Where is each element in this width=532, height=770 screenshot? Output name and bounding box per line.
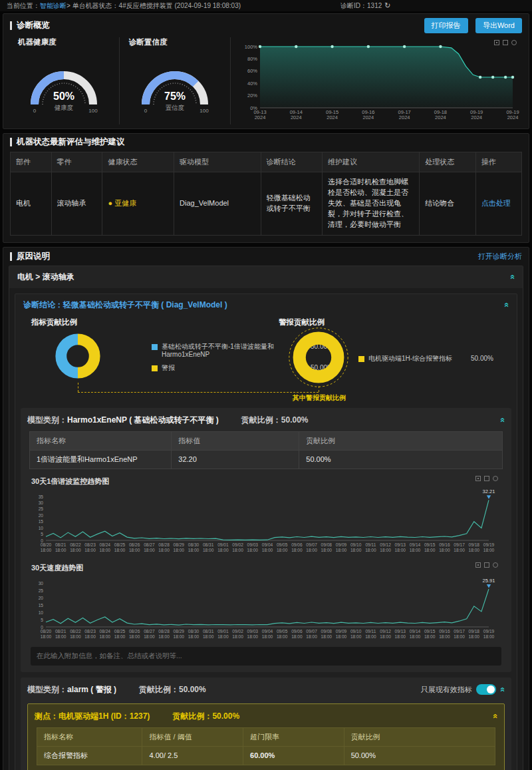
collapse-icon[interactable]: « — [499, 418, 505, 423]
svg-text:75%: 75% — [164, 91, 186, 102]
svg-text:08/21: 08/21 — [55, 542, 66, 547]
alarm-donut-chart — [287, 325, 350, 389]
svg-text:18:00: 18:00 — [350, 548, 362, 552]
health-gauge-title: 机器健康度 — [18, 37, 119, 47]
svg-text:09/06: 09/06 — [291, 542, 303, 547]
toolbox-restore-icon[interactable] — [493, 562, 498, 568]
alm-col-name: 指标名称 — [37, 727, 142, 746]
svg-text:09/05: 09/05 — [277, 629, 288, 634]
connector-line — [319, 386, 319, 392]
toolbox-restore-icon[interactable] — [493, 476, 498, 481]
svg-text:18:00: 18:00 — [55, 548, 66, 552]
alm-col-rate: 超门限率 — [243, 727, 344, 746]
svg-text:08/20: 08/20 — [41, 542, 52, 547]
svg-text:09/15: 09/15 — [424, 542, 436, 547]
toolbox-dataview-icon[interactable] — [475, 476, 481, 481]
toolbox-save-image-icon[interactable] — [503, 40, 508, 45]
svg-text:健康度: 健康度 — [55, 104, 74, 111]
svg-text:09/19: 09/19 — [483, 542, 495, 547]
svg-text:2024: 2024 — [363, 114, 374, 120]
svg-text:0: 0 — [33, 108, 37, 114]
print-report-button[interactable]: 打印报告 — [424, 18, 468, 33]
assessment-title: 机器状态最新评估与维护建议 — [10, 138, 125, 146]
export-word-button[interactable]: 导出Word — [475, 18, 522, 33]
svg-text:18:00: 18:00 — [262, 548, 273, 552]
cause-title: 原因说明 — [10, 252, 50, 261]
alm-name: 综合报警指标 — [37, 746, 142, 765]
svg-text:18:00: 18:00 — [232, 548, 243, 552]
svg-text:18:00: 18:00 — [277, 634, 288, 639]
contribution-section: 指标贡献比例 警报贡献比例 基础松动或转子不平衡-1倍谐波能量和Harmo1xE… — [15, 316, 517, 403]
svg-text:18:00: 18:00 — [380, 548, 391, 552]
connector-line — [78, 392, 319, 393]
open-diagnosis-link[interactable]: 打开诊断分析 — [478, 252, 522, 262]
handle-link[interactable]: 点击处理 — [481, 199, 511, 207]
overview-title: 诊断概览 — [10, 21, 50, 30]
contrib-label: 贡献比例： — [139, 685, 179, 694]
svg-text:18:00: 18:00 — [129, 634, 140, 639]
svg-text:09/01: 09/01 — [217, 629, 229, 634]
model-type-name: Harmo1xEneNP ( 基础松动或转子不平衡 ) — [67, 415, 219, 426]
indicator-donut-chart — [50, 328, 106, 384]
svg-text:08/25: 08/25 — [114, 542, 126, 547]
svg-text:0: 0 — [144, 108, 148, 114]
component-breadcrumb: 电机 > 滚动轴承 — [17, 272, 74, 283]
svg-text:18:00: 18:00 — [84, 548, 96, 552]
note-input[interactable] — [31, 647, 501, 666]
refresh-icon[interactable]: ↻ — [384, 1, 390, 10]
svg-text:18:00: 18:00 — [483, 634, 495, 639]
model-type-label: 模型类别： — [27, 684, 67, 695]
svg-text:09/18: 09/18 — [469, 629, 480, 634]
alm-over-rate: 60.00% — [243, 746, 344, 765]
svg-text:18:00: 18:00 — [321, 634, 332, 639]
overview-panel: 诊断概览 打印报告 导出Word 机器健康度 50%健康度0100 诊断置信度 … — [3, 13, 529, 129]
svg-text:18:00: 18:00 — [336, 548, 347, 552]
svg-text:09/09: 09/09 — [336, 629, 347, 634]
svg-text:2024: 2024 — [435, 114, 446, 120]
svg-text:18:00: 18:00 — [158, 634, 170, 639]
svg-text:09/08: 09/08 — [321, 542, 332, 547]
collapse-icon[interactable]: « — [509, 275, 515, 280]
toolbox-dataview-icon[interactable] — [475, 562, 481, 568]
collapse-icon[interactable]: « — [503, 303, 509, 307]
diagnosis-conclusion-title: 诊断结论：轻微基础松动或转子不平衡 ( Diag_VelModel ) — [23, 299, 227, 311]
toolbox-save-image-icon[interactable] — [484, 562, 489, 568]
valid-indicator-toggle[interactable] — [476, 684, 496, 695]
toolbox-save-image-icon[interactable] — [484, 476, 489, 481]
nav-link-smart-diagnosis[interactable]: 智能诊断 — [40, 1, 66, 11]
col-health: 健康状态 — [102, 152, 174, 172]
svg-text:08/25: 08/25 — [114, 629, 126, 634]
svg-text:09/08: 09/08 — [321, 629, 332, 634]
collapse-icon[interactable]: « — [499, 687, 505, 692]
svg-text:08/24: 08/24 — [100, 542, 111, 547]
svg-text:18:00: 18:00 — [306, 634, 317, 639]
assessment-panel: 机器状态最新评估与维护建议 部件 零件 健康状态 驱动模型 诊断结论 维护建议 … — [3, 133, 529, 243]
ind-name: 1倍谐波能量和Harmo1xEneNP — [30, 450, 172, 469]
svg-text:100%: 100% — [245, 44, 258, 50]
contrib-label: 贡献比例： — [241, 415, 281, 425]
toolbox-restore-icon[interactable] — [511, 40, 517, 45]
table-row: 1倍谐波能量和Harmo1xEneNP 32.20 50.00% — [30, 450, 503, 469]
svg-text:80%: 80% — [247, 56, 257, 62]
svg-text:18:00: 18:00 — [129, 548, 140, 552]
svg-text:18:00: 18:00 — [306, 548, 317, 552]
svg-text:18:00: 18:00 — [174, 548, 185, 552]
svg-text:09/15: 09/15 — [424, 629, 436, 634]
ind-col-value: 指标值 — [172, 431, 299, 450]
model-panel-harmonic: 模型类别： Harmo1xEneNP ( 基础松动或转子不平衡 ) 贡献比例：5… — [21, 408, 511, 672]
legend-swatch — [358, 356, 364, 362]
toolbox-dataview-icon[interactable] — [494, 40, 499, 45]
diagnosis-card: 诊断结论：轻微基础松动或转子不平衡 ( Diag_VelModel ) « 指标… — [15, 293, 517, 770]
svg-text:09/19: 09/19 — [483, 629, 495, 634]
cell-suggestion: 选择合适时机检查地脚螺栓是否松动、混凝土是否失效、基础是否出现龟裂，并对转子进行… — [323, 172, 420, 236]
collapse-icon[interactable]: « — [491, 714, 498, 719]
svg-text:18:00: 18:00 — [144, 634, 155, 639]
svg-text:18:00: 18:00 — [41, 548, 52, 552]
component-breadcrumb-bar[interactable]: 电机 > 滚动轴承 « — [9, 266, 523, 288]
svg-text:18:00: 18:00 — [291, 548, 303, 552]
indicator-table: 指标名称 指标值 贡献比例 1倍谐波能量和Harmo1xEneNP 32.20 … — [29, 431, 503, 469]
legend-label: 警报 — [162, 364, 307, 373]
svg-text:25.91: 25.91 — [483, 578, 495, 584]
ind-contrib: 50.00% — [299, 450, 503, 469]
table-row: 综合报警指标 4.00/ 2.5 60.00% 50.00% — [37, 746, 495, 765]
